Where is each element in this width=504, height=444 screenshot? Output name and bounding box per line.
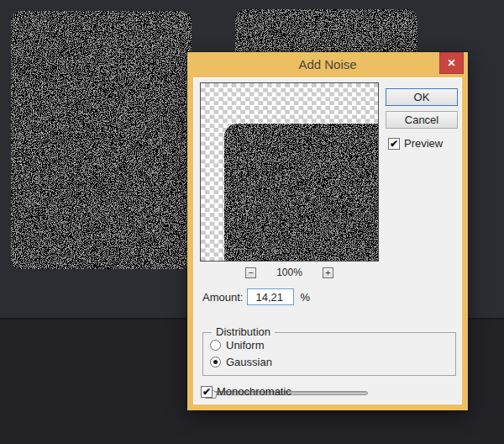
preview-zoom-controls: − 100% + — [200, 266, 379, 279]
preview-checkbox[interactable]: ✔ — [388, 138, 400, 150]
monochromatic-checkbox[interactable]: ✔ — [201, 386, 213, 398]
close-button[interactable]: ✕ — [439, 52, 464, 74]
dialog-title: Add Noise — [187, 52, 468, 77]
radio-gaussian[interactable]: Gaussian — [210, 356, 272, 368]
radio-uniform-label: Uniform — [226, 339, 265, 352]
check-icon: ✔ — [390, 138, 398, 150]
distribution-legend: Distribution — [212, 325, 275, 338]
radio-gaussian-circle[interactable] — [210, 357, 221, 367]
close-icon: ✕ — [447, 57, 455, 69]
radio-uniform[interactable]: Uniform — [210, 339, 265, 352]
dialog-titlebar[interactable]: Add Noise ✕ — [187, 52, 468, 77]
ok-button[interactable]: OK — [386, 88, 458, 106]
zoom-in-button[interactable]: + — [323, 267, 333, 278]
radio-uniform-circle[interactable] — [210, 340, 221, 351]
zoom-out-button[interactable]: − — [245, 267, 256, 278]
dialog-content: − 100% + Amount: % Distribution — [193, 77, 462, 404]
amount-unit: % — [300, 291, 310, 304]
preview-noisy-shape — [224, 124, 378, 261]
zoom-level-label: 100% — [276, 267, 302, 278]
radio-gaussian-label: Gaussian — [226, 356, 272, 368]
amount-label: Amount: — [202, 291, 243, 304]
monochromatic-option[interactable]: ✔ Monochromatic — [201, 385, 291, 398]
add-noise-dialog: Add Noise ✕ − 100% + Amount: % — [187, 52, 468, 410]
minus-icon: − — [248, 267, 253, 278]
cancel-button[interactable]: Cancel — [386, 111, 458, 129]
check-icon: ✔ — [202, 386, 211, 398]
amount-input[interactable] — [247, 288, 294, 305]
distribution-group: Distribution Uniform Gaussian — [202, 332, 456, 376]
monochromatic-label: Monochromatic — [217, 385, 291, 398]
plus-icon: + — [325, 267, 330, 278]
amount-row: Amount: % — [202, 288, 310, 306]
preview-label: Preview — [404, 137, 443, 150]
preview-option[interactable]: ✔ Preview — [388, 137, 443, 150]
noise-preview-area[interactable] — [200, 82, 379, 262]
noisy-document-left — [11, 11, 192, 269]
